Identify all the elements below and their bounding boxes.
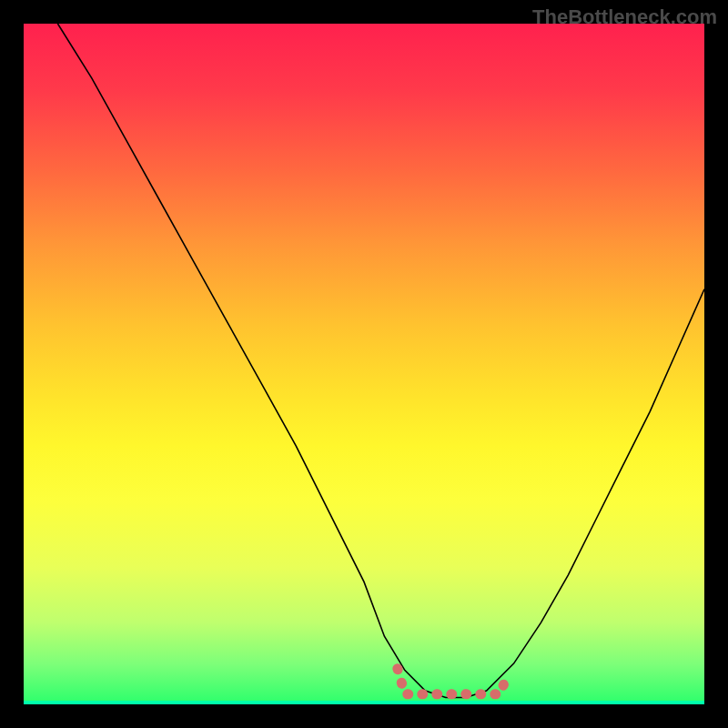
chart-svg <box>24 24 704 704</box>
watermark-text: TheBottleneck.com <box>532 5 717 29</box>
flat-region-marker <box>398 669 508 694</box>
chart-baseline-highlight <box>24 701 704 704</box>
bottleneck-curve-line <box>57 24 704 698</box>
chart-plot-area <box>24 24 704 704</box>
